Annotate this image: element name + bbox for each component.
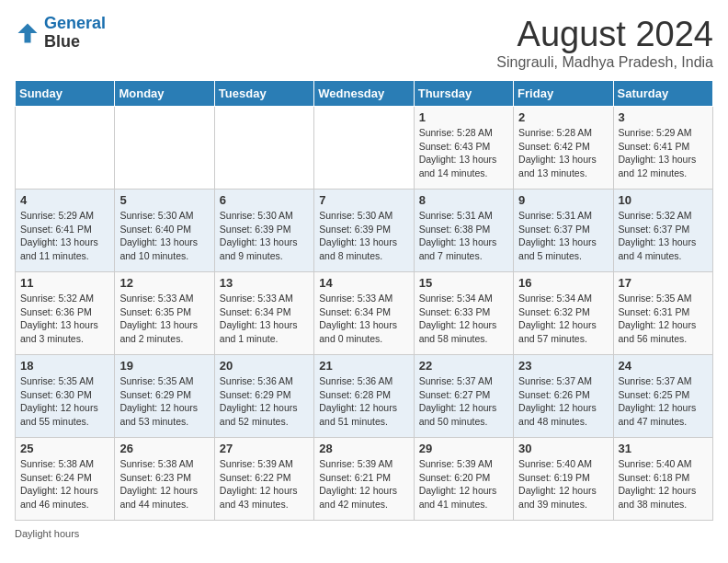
day-info: Sunrise: 5:38 AMSunset: 6:24 PMDaylight:… (20, 457, 109, 511)
day-info: Sunrise: 5:40 AMSunset: 6:19 PMDaylight:… (518, 457, 608, 511)
day-info: Sunrise: 5:28 AMSunset: 6:43 PMDaylight:… (419, 126, 508, 180)
day-number: 30 (518, 442, 608, 455)
day-info: Sunrise: 5:34 AMSunset: 6:33 PMDaylight:… (419, 292, 508, 346)
day-number: 31 (619, 442, 708, 455)
day-number: 19 (119, 359, 209, 373)
day-number: 10 (619, 193, 708, 207)
day-info: Sunrise: 5:32 AMSunset: 6:37 PMDaylight:… (619, 209, 708, 263)
day-info: Sunrise: 5:35 AMSunset: 6:29 PMDaylight:… (119, 374, 209, 429)
calendar-cell: 19Sunrise: 5:35 AMSunset: 6:29 PMDayligh… (115, 355, 214, 438)
calendar-cell: 11Sunrise: 5:32 AMSunset: 6:36 PMDayligh… (16, 272, 115, 355)
day-number: 21 (319, 359, 408, 373)
logo-line1: General (44, 14, 106, 32)
day-number: 4 (20, 193, 109, 207)
calendar-header-monday: Monday (115, 81, 214, 107)
logo: General Blue (15, 15, 106, 52)
calendar-week-3: 11Sunrise: 5:32 AMSunset: 6:36 PMDayligh… (16, 272, 713, 355)
day-info: Sunrise: 5:39 AMSunset: 6:21 PMDaylight:… (319, 457, 408, 511)
calendar-cell: 27Sunrise: 5:39 AMSunset: 6:22 PMDayligh… (214, 438, 313, 521)
calendar-cell: 1Sunrise: 5:28 AMSunset: 6:43 PMDaylight… (414, 107, 513, 190)
day-info: Sunrise: 5:30 AMSunset: 6:39 PMDaylight:… (319, 209, 408, 263)
calendar-cell: 9Sunrise: 5:31 AMSunset: 6:37 PMDaylight… (514, 190, 613, 272)
calendar-cell: 23Sunrise: 5:37 AMSunset: 6:26 PMDayligh… (514, 355, 613, 438)
calendar-header-tuesday: Tuesday (214, 81, 313, 107)
day-info: Sunrise: 5:37 AMSunset: 6:27 PMDaylight:… (419, 374, 508, 429)
subtitle: Singrauli, Madhya Pradesh, India (496, 54, 713, 71)
calendar-week-4: 18Sunrise: 5:35 AMSunset: 6:30 PMDayligh… (16, 355, 713, 438)
footer-label: Daylight hours (15, 528, 79, 539)
day-number: 9 (518, 193, 608, 207)
calendar-cell: 7Sunrise: 5:30 AMSunset: 6:39 PMDaylight… (314, 190, 414, 272)
logo-text: General Blue (44, 15, 106, 52)
day-info: Sunrise: 5:30 AMSunset: 6:39 PMDaylight:… (220, 209, 309, 263)
title-area: August 2024 Singrauli, Madhya Pradesh, I… (496, 15, 713, 71)
calendar-cell (214, 107, 313, 190)
day-number: 15 (419, 276, 508, 290)
day-info: Sunrise: 5:35 AMSunset: 6:30 PMDaylight:… (20, 374, 109, 429)
calendar-cell: 18Sunrise: 5:35 AMSunset: 6:30 PMDayligh… (16, 355, 115, 438)
day-number: 14 (319, 276, 408, 290)
footer: Daylight hours (15, 528, 713, 539)
day-number: 26 (119, 442, 209, 455)
main-title: August 2024 (496, 15, 713, 54)
calendar-cell: 29Sunrise: 5:39 AMSunset: 6:20 PMDayligh… (414, 438, 513, 521)
day-info: Sunrise: 5:31 AMSunset: 6:38 PMDaylight:… (419, 209, 508, 263)
day-number: 24 (619, 359, 708, 373)
day-info: Sunrise: 5:40 AMSunset: 6:18 PMDaylight:… (619, 457, 708, 511)
calendar-cell: 3Sunrise: 5:29 AMSunset: 6:41 PMDaylight… (613, 107, 712, 190)
calendar-header-friday: Friday (514, 81, 613, 107)
day-number: 6 (220, 193, 309, 207)
day-info: Sunrise: 5:29 AMSunset: 6:41 PMDaylight:… (619, 126, 708, 180)
day-number: 16 (518, 276, 608, 290)
calendar-cell: 14Sunrise: 5:33 AMSunset: 6:34 PMDayligh… (314, 272, 414, 355)
calendar-cell: 4Sunrise: 5:29 AMSunset: 6:41 PMDaylight… (16, 190, 115, 272)
calendar-cell: 8Sunrise: 5:31 AMSunset: 6:38 PMDaylight… (414, 190, 513, 272)
calendar-cell: 31Sunrise: 5:40 AMSunset: 6:18 PMDayligh… (613, 438, 712, 521)
day-number: 29 (419, 442, 508, 455)
logo-line2: Blue (44, 32, 80, 51)
day-number: 20 (220, 359, 309, 373)
calendar-cell: 22Sunrise: 5:37 AMSunset: 6:27 PMDayligh… (414, 355, 513, 438)
calendar-cell: 28Sunrise: 5:39 AMSunset: 6:21 PMDayligh… (314, 438, 414, 521)
calendar-cell: 13Sunrise: 5:33 AMSunset: 6:34 PMDayligh… (214, 272, 313, 355)
day-info: Sunrise: 5:32 AMSunset: 6:36 PMDaylight:… (20, 292, 109, 346)
day-info: Sunrise: 5:34 AMSunset: 6:32 PMDaylight:… (518, 292, 608, 346)
day-info: Sunrise: 5:39 AMSunset: 6:20 PMDaylight:… (419, 457, 508, 511)
calendar-cell: 17Sunrise: 5:35 AMSunset: 6:31 PMDayligh… (613, 272, 712, 355)
calendar-cell: 10Sunrise: 5:32 AMSunset: 6:37 PMDayligh… (613, 190, 712, 272)
day-number: 5 (119, 193, 209, 207)
day-info: Sunrise: 5:33 AMSunset: 6:34 PMDaylight:… (220, 292, 309, 346)
day-number: 23 (518, 359, 608, 373)
day-number: 2 (518, 110, 608, 124)
day-info: Sunrise: 5:38 AMSunset: 6:23 PMDaylight:… (119, 457, 209, 511)
calendar-cell (16, 107, 115, 190)
day-info: Sunrise: 5:30 AMSunset: 6:40 PMDaylight:… (119, 209, 209, 263)
day-info: Sunrise: 5:37 AMSunset: 6:26 PMDaylight:… (518, 374, 608, 429)
calendar-cell: 21Sunrise: 5:36 AMSunset: 6:28 PMDayligh… (314, 355, 414, 438)
day-number: 25 (20, 442, 109, 455)
day-number: 11 (20, 276, 109, 290)
calendar-cell (314, 107, 414, 190)
calendar-cell: 2Sunrise: 5:28 AMSunset: 6:42 PMDaylight… (514, 107, 613, 190)
calendar-cell: 12Sunrise: 5:33 AMSunset: 6:35 PMDayligh… (115, 272, 214, 355)
calendar-week-5: 25Sunrise: 5:38 AMSunset: 6:24 PMDayligh… (16, 438, 713, 521)
calendar-cell: 26Sunrise: 5:38 AMSunset: 6:23 PMDayligh… (115, 438, 214, 521)
calendar-cell: 25Sunrise: 5:38 AMSunset: 6:24 PMDayligh… (16, 438, 115, 521)
calendar-header-wednesday: Wednesday (314, 81, 414, 107)
calendar-week-1: 1Sunrise: 5:28 AMSunset: 6:43 PMDaylight… (16, 107, 713, 190)
day-number: 8 (419, 193, 508, 207)
day-info: Sunrise: 5:29 AMSunset: 6:41 PMDaylight:… (20, 209, 109, 263)
day-number: 7 (319, 193, 408, 207)
day-info: Sunrise: 5:36 AMSunset: 6:28 PMDaylight:… (319, 374, 408, 429)
day-info: Sunrise: 5:28 AMSunset: 6:42 PMDaylight:… (518, 126, 608, 180)
calendar-cell: 15Sunrise: 5:34 AMSunset: 6:33 PMDayligh… (414, 272, 513, 355)
day-info: Sunrise: 5:37 AMSunset: 6:25 PMDaylight:… (619, 374, 708, 429)
calendar-cell: 30Sunrise: 5:40 AMSunset: 6:19 PMDayligh… (514, 438, 613, 521)
calendar-cell: 16Sunrise: 5:34 AMSunset: 6:32 PMDayligh… (514, 272, 613, 355)
day-number: 12 (119, 276, 209, 290)
day-number: 22 (419, 359, 508, 373)
day-number: 17 (619, 276, 708, 290)
calendar-cell: 20Sunrise: 5:36 AMSunset: 6:29 PMDayligh… (214, 355, 313, 438)
day-number: 13 (220, 276, 309, 290)
calendar-cell: 6Sunrise: 5:30 AMSunset: 6:39 PMDaylight… (214, 190, 313, 272)
